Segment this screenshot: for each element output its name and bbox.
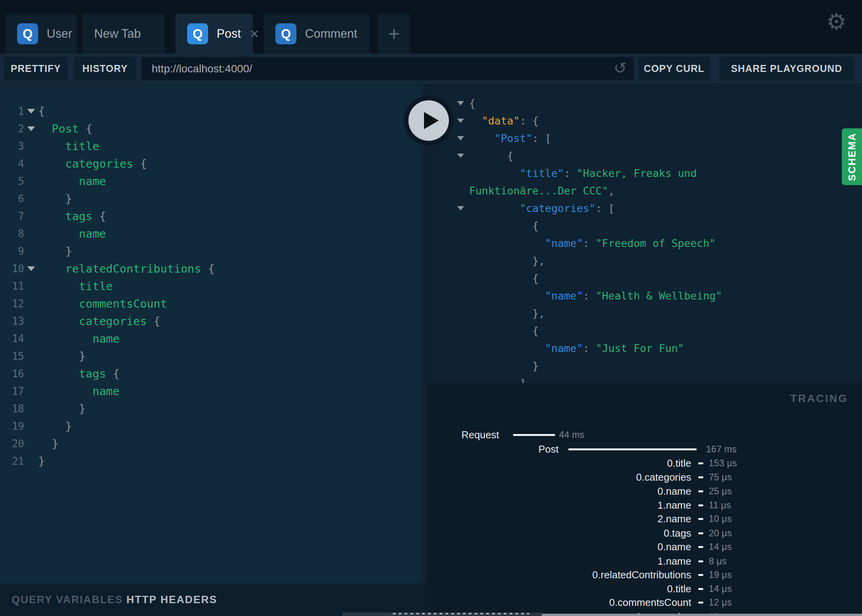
- tracing-duration-value: 25 μs: [709, 484, 732, 498]
- code-token: {: [469, 272, 539, 284]
- collapse-toggle-icon[interactable]: [452, 136, 469, 140]
- clipped-text-tops: [393, 613, 529, 614]
- code-token: : {: [520, 115, 539, 127]
- schema-side-tab[interactable]: SCHEMA: [842, 128, 862, 185]
- query-editor[interactable]: 1{2 Post {3 title4 categories {5 name6 }…: [0, 84, 428, 583]
- query-type-badge: Q: [17, 23, 38, 44]
- response-text: {: [469, 97, 475, 109]
- editor-line[interactable]: 12 commentsCount: [0, 295, 428, 312]
- http-headers-tab[interactable]: HTTP HEADERS: [126, 583, 217, 616]
- endpoint-url-input[interactable]: [141, 57, 634, 80]
- code-token: "name": [545, 237, 583, 249]
- editor-line[interactable]: 20 }: [0, 435, 428, 452]
- code-token: },: [469, 255, 545, 267]
- prettify-button[interactable]: PRETTIFY: [4, 57, 68, 80]
- code-token: }: [38, 192, 72, 205]
- code-token: tags: [65, 210, 93, 223]
- code-text: }: [38, 245, 72, 258]
- fold-toggle-icon[interactable]: [24, 126, 38, 131]
- code-token: :: [583, 290, 596, 302]
- tracing-duration-value: 44 ms: [559, 428, 584, 442]
- line-number: 21: [0, 455, 24, 467]
- editor-line[interactable]: 17 name: [0, 382, 428, 400]
- code-text: Post {: [38, 122, 93, 135]
- line-number: 18: [0, 403, 24, 415]
- editor-line[interactable]: 15 }: [0, 347, 428, 365]
- editor-line[interactable]: 10 relatedContributions {: [0, 260, 428, 277]
- collapse-arrow: [457, 206, 464, 210]
- tracing-field-row: 0.categories75 μs: [428, 470, 862, 484]
- tab-user[interactable]: QUser: [5, 14, 77, 54]
- response-lines: { "data": { "Post": [ { "title": "Hacker…: [452, 94, 862, 383]
- reload-schema-icon[interactable]: ↺: [613, 59, 627, 77]
- code-token: }: [38, 402, 86, 415]
- editor-line[interactable]: 7 tags {: [0, 207, 428, 225]
- tracing-duration-dash: [698, 490, 703, 492]
- editor-line[interactable]: 4 categories {: [0, 155, 428, 172]
- editor-line[interactable]: 14 name: [0, 330, 428, 347]
- tracing-span-row: Post167 ms: [428, 442, 862, 456]
- editor-line[interactable]: 3 title: [0, 137, 428, 155]
- query-variables-tab[interactable]: QUERY VARIABLES: [12, 583, 123, 616]
- code-token: {: [201, 262, 215, 275]
- line-number: 9: [0, 245, 24, 257]
- response-line: "data": {: [452, 112, 862, 130]
- collapse-toggle-icon[interactable]: [452, 101, 469, 105]
- editor-line[interactable]: 13 categories {: [0, 312, 428, 330]
- execute-query-button[interactable]: [404, 96, 454, 145]
- editor-line[interactable]: 21}: [0, 452, 428, 470]
- code-token: categories: [79, 315, 147, 328]
- code-text: title: [38, 140, 99, 153]
- history-button[interactable]: HISTORY: [74, 57, 136, 80]
- code-token: {: [469, 325, 539, 337]
- code-token: "Post": [494, 132, 533, 144]
- editor-line[interactable]: 16 tags {: [0, 365, 428, 382]
- code-token: "title": [520, 167, 564, 179]
- fold-arrow: [27, 126, 35, 131]
- editor-line[interactable]: 11 title: [0, 277, 428, 295]
- tracing-duration-value: 11 μs: [709, 498, 731, 512]
- code-token: }: [38, 350, 86, 363]
- code-token: {: [93, 210, 106, 223]
- share-playground-button[interactable]: SHARE PLAYGROUND: [719, 57, 854, 80]
- tracing-duration-value: 12 μs: [709, 595, 732, 609]
- editor-line[interactable]: 1{: [0, 102, 428, 120]
- fold-toggle-icon[interactable]: [24, 266, 38, 271]
- copy-curl-button[interactable]: COPY CURL: [638, 57, 710, 80]
- response-text: {: [469, 220, 539, 232]
- editor-line[interactable]: 8 name: [0, 225, 428, 242]
- line-number: 12: [0, 298, 24, 310]
- code-token: [38, 140, 65, 153]
- code-token: [469, 290, 545, 302]
- tab-new-tab[interactable]: New Tab: [82, 14, 165, 54]
- line-number: 1: [0, 105, 24, 117]
- editor-line[interactable]: 19 }: [0, 417, 428, 435]
- editor-line[interactable]: 18 }: [0, 400, 428, 417]
- response-line: {: [452, 270, 862, 287]
- line-number: 3: [0, 140, 24, 152]
- collapse-toggle-icon[interactable]: [452, 154, 469, 158]
- settings-gear-icon[interactable]: ⚙: [826, 9, 846, 35]
- code-token: }: [38, 437, 58, 450]
- query-type-badge: Q: [275, 23, 296, 44]
- response-text: },: [469, 255, 545, 267]
- tracing-duration-dash: [698, 602, 703, 604]
- fold-toggle-icon[interactable]: [24, 109, 38, 114]
- new-tab-button[interactable]: +: [378, 14, 410, 54]
- tracing-field-row: 0.relatedContributions19 μs: [428, 568, 862, 582]
- tracing-resolver-label: Post: [428, 442, 559, 456]
- tab-comment[interactable]: QComment: [264, 14, 370, 54]
- editor-line[interactable]: 6 }: [0, 190, 428, 207]
- collapse-toggle-icon[interactable]: [452, 119, 469, 123]
- collapse-arrow: [457, 101, 464, 105]
- editor-line[interactable]: 5 name: [0, 172, 428, 190]
- editor-line[interactable]: 2 Post {: [0, 120, 428, 137]
- line-number: 8: [0, 228, 24, 240]
- collapse-toggle-icon[interactable]: [452, 206, 469, 210]
- tracing-duration-dash: [698, 546, 703, 548]
- editor-line[interactable]: 9 }: [0, 242, 428, 260]
- line-number: 5: [0, 175, 24, 187]
- tab-post[interactable]: QPost×: [175, 14, 253, 54]
- close-tab-icon[interactable]: ×: [250, 26, 259, 41]
- code-token: Post: [52, 122, 79, 135]
